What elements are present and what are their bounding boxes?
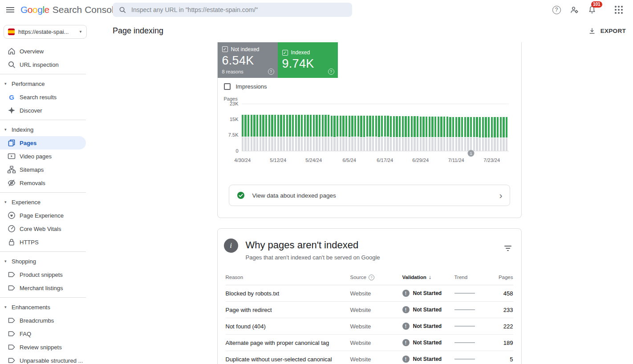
sidebar-item-sitemaps[interactable]: Sitemaps xyxy=(0,163,86,176)
bar[interactable] xyxy=(426,117,427,151)
table-row[interactable]: Duplicate without user-selected canonica… xyxy=(226,351,513,364)
column-header-validation[interactable]: Validation ↓ xyxy=(402,274,454,280)
bar[interactable] xyxy=(491,117,493,151)
sidebar-item-pages[interactable]: Pages xyxy=(0,136,86,150)
bar[interactable] xyxy=(366,116,368,151)
bar[interactable] xyxy=(340,116,341,151)
help-icon[interactable]: ? xyxy=(369,275,374,280)
bar[interactable] xyxy=(417,116,418,151)
sidebar-item-breadcrumbs[interactable]: Breadcrumbs xyxy=(0,314,86,327)
sidebar-item-overview[interactable]: Overview xyxy=(0,44,86,58)
bar[interactable] xyxy=(390,116,392,151)
bar[interactable] xyxy=(405,116,406,151)
impressions-toggle[interactable]: Impressions xyxy=(224,83,291,90)
property-selector[interactable]: https://estate-spai... ▼ xyxy=(4,25,87,39)
bar[interactable] xyxy=(354,116,356,151)
bar[interactable] xyxy=(485,117,487,151)
not-indexed-chip[interactable]: ✓ Not indexed 6.54K 8 reasons ? xyxy=(218,42,278,78)
bar[interactable] xyxy=(271,115,273,151)
sidebar-section-experience[interactable]: ▾ Experience xyxy=(0,195,106,209)
bar[interactable] xyxy=(331,116,333,151)
sidebar-item-url-inspection[interactable]: URL inspection xyxy=(0,58,86,71)
table-row[interactable]: Not found (404) Website !Not Started 222 xyxy=(226,318,513,335)
sidebar-item-discover[interactable]: Discover xyxy=(0,104,86,117)
bar[interactable] xyxy=(268,115,270,151)
user-settings-button[interactable] xyxy=(566,2,582,18)
filter-button[interactable] xyxy=(503,244,513,253)
sidebar-section-enhancements[interactable]: ▾ Enhancements xyxy=(0,300,106,314)
bar[interactable] xyxy=(458,117,460,151)
bar[interactable] xyxy=(411,116,413,151)
bar[interactable] xyxy=(420,117,422,151)
bar[interactable] xyxy=(244,115,246,151)
sidebar-section-indexing[interactable]: ▾ Indexing xyxy=(0,123,106,136)
url-inspect-searchbar[interactable] xyxy=(113,3,352,17)
bar[interactable] xyxy=(503,117,504,151)
bar[interactable] xyxy=(260,115,261,151)
bar[interactable] xyxy=(286,115,288,151)
bar[interactable] xyxy=(298,115,300,151)
bar[interactable] xyxy=(506,117,507,151)
bar[interactable] xyxy=(345,116,347,151)
bar[interactable] xyxy=(372,116,374,151)
table-row[interactable]: Page with redirect Website !Not Started … xyxy=(226,302,513,318)
bar[interactable] xyxy=(274,115,276,151)
bar[interactable] xyxy=(473,117,475,151)
bar[interactable] xyxy=(360,116,362,151)
sidebar-item-merchant-listings[interactable]: Merchant listings xyxy=(0,281,86,295)
bar[interactable] xyxy=(253,115,255,151)
table-row[interactable]: Blocked by robots.txt Website !Not Start… xyxy=(226,285,513,302)
bar[interactable] xyxy=(455,117,457,151)
sidebar-section-performance[interactable]: ▾ Performance xyxy=(0,77,106,90)
bar[interactable] xyxy=(256,115,258,151)
help-icon[interactable]: ? xyxy=(268,69,274,75)
bar[interactable] xyxy=(363,116,365,151)
url-inspect-input[interactable] xyxy=(131,6,346,13)
bar[interactable] xyxy=(497,117,499,151)
bar[interactable] xyxy=(440,117,442,151)
column-header-source[interactable]: Source ? xyxy=(350,275,402,280)
column-header-reason[interactable]: Reason xyxy=(226,275,350,280)
bar[interactable] xyxy=(242,115,243,151)
sidebar-item-video-pages[interactable]: Video pages xyxy=(0,150,86,163)
view-indexed-data-button[interactable]: View data about indexed pages › xyxy=(229,185,510,206)
bar[interactable] xyxy=(295,115,297,151)
bar[interactable] xyxy=(429,117,430,151)
bar[interactable] xyxy=(319,115,321,151)
bar[interactable] xyxy=(322,115,324,151)
bar[interactable] xyxy=(443,117,445,151)
bar[interactable] xyxy=(307,115,308,151)
indexed-chip[interactable]: ✓ Indexed 9.74K ? xyxy=(278,42,338,78)
bar[interactable] xyxy=(452,117,454,151)
bar[interactable] xyxy=(449,117,451,151)
sidebar-item-search-results[interactable]: G Search results xyxy=(0,90,86,104)
bar[interactable] xyxy=(292,115,294,151)
column-header-pages[interactable]: Pages xyxy=(495,275,513,280)
bar[interactable] xyxy=(482,117,484,151)
bar[interactable] xyxy=(414,116,415,151)
bar[interactable] xyxy=(387,116,389,151)
bar[interactable] xyxy=(494,117,495,151)
bar[interactable] xyxy=(464,117,466,151)
bar[interactable] xyxy=(248,115,249,151)
bar[interactable] xyxy=(357,116,359,151)
bar[interactable] xyxy=(342,116,344,151)
bar[interactable] xyxy=(369,116,371,151)
app-logo[interactable]: Google Search Console xyxy=(20,4,119,15)
bar[interactable] xyxy=(316,115,317,151)
bar[interactable] xyxy=(375,116,377,151)
bar[interactable] xyxy=(488,117,490,151)
notifications-button[interactable]: 101 xyxy=(584,2,600,18)
export-button[interactable]: EXPORT xyxy=(588,27,626,35)
bar[interactable] xyxy=(402,116,404,151)
bar[interactable] xyxy=(304,115,306,151)
sidebar-item-core-web-vitals[interactable]: Core Web Vitals xyxy=(0,222,86,235)
impressions-checkbox[interactable] xyxy=(224,83,231,90)
bar[interactable] xyxy=(251,115,252,151)
bar[interactable] xyxy=(325,115,326,151)
bar[interactable] xyxy=(461,117,463,151)
bar[interactable] xyxy=(476,117,478,151)
bar[interactable] xyxy=(467,117,469,151)
bar[interactable] xyxy=(438,117,439,151)
menu-button[interactable] xyxy=(0,0,20,20)
